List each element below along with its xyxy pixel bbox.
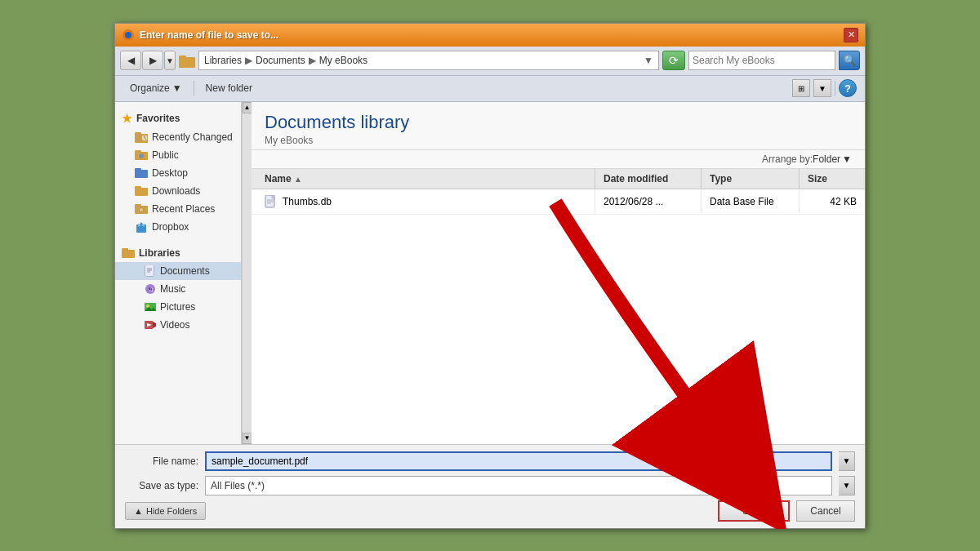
- file-name-row: File name: ▼: [125, 451, 855, 471]
- app-icon: [122, 29, 135, 42]
- file-date-cell: 2012/06/28 ...: [595, 190, 702, 213]
- hide-folders-arrow-icon: ▲: [134, 506, 143, 516]
- column-type[interactable]: Type: [702, 169, 800, 189]
- table-row[interactable]: Thumbs.db 2012/06/28 ... Data Base File …: [252, 189, 865, 215]
- cancel-label: Cancel: [810, 505, 840, 517]
- sidebar-item-dropbox[interactable]: Dropbox: [115, 218, 241, 236]
- sidebar-item-recent-places[interactable]: Recent Places: [115, 200, 241, 218]
- folder-icon: [179, 53, 195, 68]
- breadcrumb-documents: Documents: [256, 55, 305, 66]
- music-label: Music: [160, 283, 185, 295]
- music-icon: ♫: [145, 283, 156, 295]
- desktop-folder-icon: [135, 167, 148, 178]
- refresh-icon: ⟳: [669, 54, 679, 67]
- hide-folders-button[interactable]: ▲ Hide Folders: [125, 502, 206, 520]
- favorites-star-icon: ★: [122, 112, 132, 125]
- search-button[interactable]: 🔍: [839, 51, 860, 70]
- main-area: ★ Favorites Recently Changed: [115, 102, 865, 444]
- scroll-down-button[interactable]: ▼: [243, 433, 252, 444]
- libraries-label: Libraries: [139, 247, 180, 259]
- refresh-button[interactable]: ⟳: [662, 51, 685, 70]
- svg-rect-22: [122, 248, 128, 252]
- column-name[interactable]: Name ▲: [252, 169, 595, 189]
- documents-icon: [145, 265, 156, 277]
- videos-icon: [145, 319, 156, 331]
- address-dropdown-button[interactable]: ▼: [164, 51, 176, 70]
- dropbox-icon: [135, 221, 148, 233]
- column-date-modified[interactable]: Date modified: [595, 169, 702, 189]
- save-button[interactable]: Save: [718, 500, 790, 522]
- file-icon: [265, 195, 278, 208]
- sidebar-item-downloads[interactable]: Downloads: [115, 182, 241, 200]
- sidebar-scrollbar[interactable]: ▲ ▼: [242, 102, 252, 444]
- sidebar-item-music[interactable]: ♫ Music: [115, 280, 241, 298]
- organize-arrow-icon: ▼: [172, 82, 182, 94]
- sidebar-item-desktop[interactable]: Desktop: [115, 164, 241, 182]
- sort-arrow-icon: ▲: [294, 175, 302, 184]
- svg-rect-17: [136, 224, 146, 233]
- recently-changed-label: Recently Changed: [152, 131, 233, 143]
- column-size-label: Size: [808, 173, 827, 184]
- svg-rect-8: [135, 150, 141, 154]
- bottom-bar: File name: ▼ Save as type: ▼ ▲ Hide Fold…: [115, 444, 865, 528]
- svg-text:♫: ♫: [149, 286, 154, 293]
- file-name-cell: Thumbs.db: [252, 189, 595, 214]
- organize-button[interactable]: Organize ▼: [123, 78, 189, 98]
- view-icon-2: ▼: [818, 84, 826, 93]
- sidebar-item-recently-changed[interactable]: Recently Changed: [115, 128, 241, 146]
- file-list: Thumbs.db 2012/06/28 ... Data Base File …: [252, 189, 865, 444]
- sidebar-item-pictures[interactable]: Pictures: [115, 298, 241, 316]
- breadcrumb-arrow-1: ▶: [245, 55, 252, 66]
- favorites-label: Favorites: [136, 113, 180, 124]
- search-icon: 🔍: [844, 55, 856, 66]
- downloads-folder-icon: [135, 185, 148, 196]
- help-button[interactable]: ?: [839, 79, 857, 97]
- libraries-header: Libraries: [115, 244, 241, 262]
- libraries-icon: [122, 247, 135, 258]
- file-name-dropdown-button[interactable]: ▼: [839, 451, 855, 471]
- forward-button[interactable]: ▶: [142, 51, 163, 70]
- content-panel: Documents library My eBooks Arrange by: …: [252, 102, 865, 444]
- cancel-button[interactable]: Cancel: [796, 500, 855, 522]
- desktop-label: Desktop: [152, 167, 188, 179]
- file-type: Data Base File: [710, 196, 774, 207]
- save-label: Save: [742, 505, 764, 517]
- scroll-track[interactable]: [243, 113, 252, 433]
- documents-label: Documents: [160, 265, 210, 277]
- back-button[interactable]: ◀: [120, 51, 141, 70]
- svg-point-9: [139, 153, 144, 158]
- file-date: 2012/06/28 ...: [604, 196, 663, 207]
- search-input[interactable]: [688, 51, 835, 70]
- arrange-by-arrow-icon: ▼: [842, 153, 852, 165]
- file-name-input[interactable]: [205, 451, 832, 471]
- view-button-2[interactable]: ▼: [813, 79, 831, 97]
- svg-point-1: [125, 32, 131, 38]
- svg-rect-3: [179, 56, 186, 60]
- new-folder-button[interactable]: New folder: [199, 78, 259, 98]
- breadcrumb-dropdown-arrow[interactable]: ▼: [644, 55, 653, 66]
- file-type-cell: Data Base File: [702, 190, 800, 213]
- save-as-type-input: [205, 476, 832, 495]
- breadcrumb-arrow-2: ▶: [309, 55, 316, 66]
- sidebar-item-documents[interactable]: Documents: [115, 262, 241, 280]
- file-name: Thumbs.db: [283, 196, 332, 207]
- organize-label: Organize: [130, 82, 170, 94]
- sidebar-item-videos[interactable]: Videos: [115, 316, 241, 334]
- svg-rect-13: [135, 186, 141, 190]
- downloads-label: Downloads: [152, 185, 200, 197]
- svg-rect-11: [135, 168, 141, 172]
- arrange-by-button[interactable]: Folder ▼: [813, 153, 852, 165]
- close-button[interactable]: ✕: [844, 28, 858, 42]
- dropbox-label: Dropbox: [152, 221, 189, 233]
- bottom-controls: ▲ Hide Folders Save Cancel: [125, 500, 855, 522]
- save-type-row: Save as type: ▼: [125, 476, 855, 495]
- arrange-by-value: Folder: [813, 153, 840, 165]
- save-as-type-dropdown-button[interactable]: ▼: [839, 476, 855, 495]
- sidebar-item-public[interactable]: Public: [115, 146, 241, 164]
- view-button-1[interactable]: ⊞: [792, 79, 810, 97]
- breadcrumb-myebooks: My eBooks: [319, 55, 368, 66]
- hide-folders-label: Hide Folders: [146, 506, 197, 516]
- library-title: Documents library: [265, 112, 852, 133]
- scroll-up-button[interactable]: ▲: [243, 102, 252, 113]
- column-size[interactable]: Size: [800, 169, 865, 189]
